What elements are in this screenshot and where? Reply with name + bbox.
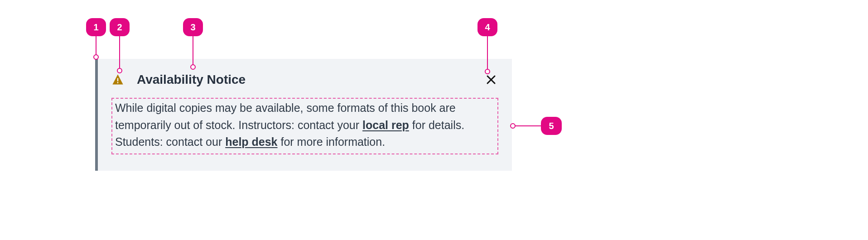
alert-header: Availability Notice — [111, 72, 498, 87]
alert-text: for more information. — [278, 135, 386, 148]
close-icon[interactable] — [484, 72, 498, 87]
annotation-leader — [119, 36, 120, 70]
annotation-leader — [487, 36, 488, 71]
annotation-endpoint — [485, 69, 490, 74]
annotation-marker-1: 1 — [86, 18, 106, 36]
annotation-endpoint — [93, 54, 99, 60]
annotation-endpoint — [510, 123, 516, 129]
alert-title: Availability Notice — [137, 72, 484, 87]
annotation-endpoint — [117, 68, 122, 73]
annotation-endpoint — [190, 64, 196, 70]
help-desk-link[interactable]: help desk — [225, 135, 277, 148]
diagram-stage: 1 2 3 4 5 Availability Notice — [0, 0, 868, 240]
svg-rect-1 — [117, 82, 118, 83]
alert-banner: Availability Notice While digital copies… — [95, 59, 512, 171]
annotation-marker-4: 4 — [477, 18, 497, 36]
annotation-marker-2: 2 — [110, 18, 130, 36]
annotation-leader — [96, 36, 96, 56]
warning-icon — [111, 73, 124, 86]
annotation-marker-5: 5 — [541, 117, 562, 135]
local-rep-link[interactable]: local rep — [362, 119, 409, 131]
alert-body-slot: While digital copies may be available, s… — [111, 98, 498, 154]
annotation-leader — [514, 125, 541, 126]
svg-rect-0 — [117, 78, 118, 82]
alert-body: While digital copies may be available, s… — [115, 100, 495, 151]
annotation-marker-3: 3 — [183, 18, 203, 36]
annotation-leader — [193, 36, 193, 66]
